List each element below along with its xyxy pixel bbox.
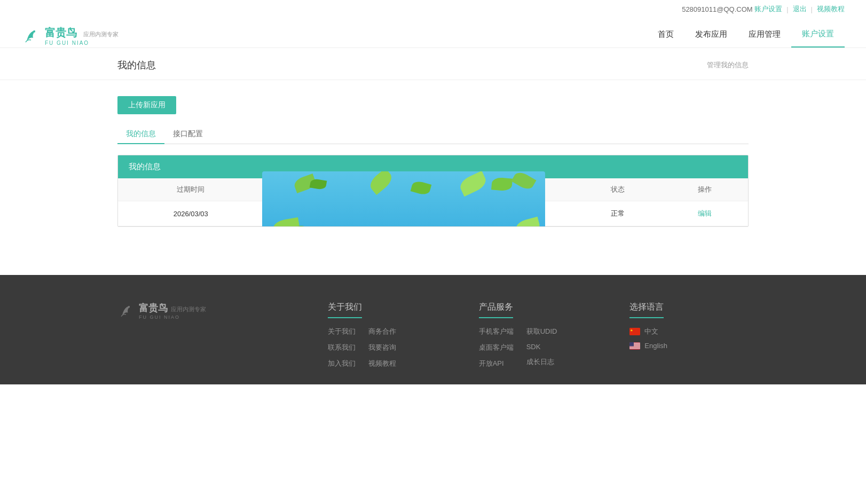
lang-en-label: English <box>644 342 667 350</box>
svg-rect-2 <box>629 328 640 335</box>
lang-cn-label: 中文 <box>644 327 658 336</box>
user-email: 528091011@QQ.COM <box>682 5 752 13</box>
col-status: 状态 <box>574 178 661 201</box>
footer-link-sdk[interactable]: SDK <box>526 343 557 351</box>
page-title-bar: 我的信息 管理我的信息 <box>0 48 866 80</box>
col-expire: 过期时间 <box>118 178 263 201</box>
leaf-6 <box>491 177 513 191</box>
lang-option-cn[interactable]: 中文 <box>629 327 749 336</box>
footer-products-col2: 获取UDID SDK 成长日志 <box>526 327 557 368</box>
logo-sub: FU GUI NIAO <box>45 40 119 46</box>
logo-main: 富贵鸟 <box>45 26 77 40</box>
footer-about-links: 关于我们 联系我们 加入我们 商务合作 我要咨询 视频教程 <box>328 327 447 368</box>
video-tutorial-link[interactable]: 视频教程 <box>817 4 845 14</box>
leaf-2 <box>310 178 327 191</box>
main-content: 上传新应用 我的信息 接口配置 我的信息 <box>0 80 866 243</box>
us-flag-svg <box>629 342 640 350</box>
footer-link-consult[interactable]: 我要咨询 <box>368 343 396 352</box>
leaf-5 <box>458 171 489 196</box>
footer-logo-section: 富贵鸟 应用内测专家 FU GUI NIAO <box>117 302 296 368</box>
leaf-10 <box>511 171 536 192</box>
footer-inner: 富贵鸟 应用内测专家 FU GUI NIAO 关于我们 关于我们 联系我们 加入… <box>117 302 749 368</box>
leaf-7 <box>272 217 301 227</box>
footer-link-desktop[interactable]: 桌面客户端 <box>479 343 514 352</box>
cell-status: 正常 <box>574 201 661 226</box>
svg-point-1 <box>128 306 130 308</box>
header-nav: 富贵鸟 应用内测专家 FU GUI NIAO 首页 发布应用 应用管理 账户设置 <box>21 18 845 48</box>
leaf-4 <box>411 180 432 196</box>
nav-home[interactable]: 首页 <box>647 24 684 47</box>
flag-us-icon <box>629 342 640 350</box>
footer-about-col1: 关于我们 联系我们 加入我们 <box>328 327 356 368</box>
svg-rect-9 <box>629 347 640 348</box>
manage-info-label: 管理我的信息 <box>707 60 749 70</box>
cell-expire: 2026/03/03 <box>118 201 263 226</box>
tab-my-info[interactable]: 我的信息 <box>117 125 164 144</box>
cn-flag-svg <box>629 328 640 335</box>
footer-products: 产品服务 手机客户端 桌面客户端 开放API 获取UDID SDK 成长日志 <box>479 302 598 368</box>
footer-lang-section: 选择语言 中文 <box>629 302 749 368</box>
footer-logo-bird-icon <box>117 302 135 319</box>
logout-link[interactable]: 退出 <box>793 4 807 14</box>
footer: 富贵鸟 应用内测专家 FU GUI NIAO 关于我们 关于我们 联系我们 加入… <box>0 275 866 384</box>
footer-about: 关于我们 关于我们 联系我们 加入我们 商务合作 我要咨询 视频教程 <box>328 302 447 368</box>
logo-bird-icon <box>21 26 41 45</box>
footer-products-title: 产品服务 <box>479 302 513 318</box>
header: 528091011@QQ.COM 账户设置 | 退出 | 视频教程 富贵鸟 应用… <box>0 0 866 48</box>
footer-logo-slogan: 应用内测专家 <box>171 305 206 313</box>
footer-about-title: 关于我们 <box>328 302 362 318</box>
logo-text: 富贵鸟 应用内测专家 FU GUI NIAO <box>45 26 119 46</box>
main-nav: 首页 发布应用 应用管理 账户设置 <box>647 23 845 48</box>
flag-cn-icon <box>629 328 640 335</box>
info-card: 我的信息 过期时间 用户 注册时间 <box>117 155 749 227</box>
footer-logo-main: 富贵鸟 <box>139 302 168 314</box>
tab-bar: 我的信息 接口配置 <box>117 125 749 144</box>
footer-link-openapi[interactable]: 开放API <box>479 359 514 368</box>
sep1: | <box>786 5 788 13</box>
leaf-9 <box>514 217 541 227</box>
footer-link-udid[interactable]: 获取UDID <box>526 327 557 336</box>
footer-link-about[interactable]: 关于我们 <box>328 327 356 336</box>
logo: 富贵鸟 应用内测专家 FU GUI NIAO <box>21 26 119 46</box>
account-settings-link[interactable]: 账户设置 <box>754 4 782 14</box>
footer-lang-title: 选择语言 <box>629 302 664 318</box>
footer-products-col1: 手机客户端 桌面客户端 开放API <box>479 327 514 368</box>
footer-link-business[interactable]: 商务合作 <box>368 327 396 336</box>
header-top-bar: 528091011@QQ.COM 账户设置 | 退出 | 视频教程 <box>21 0 845 18</box>
footer-link-mobile[interactable]: 手机客户端 <box>479 327 514 336</box>
footer-products-links: 手机客户端 桌面客户端 开放API 获取UDID SDK 成长日志 <box>479 327 598 368</box>
footer-link-contact[interactable]: 联系我们 <box>328 343 356 352</box>
page-title: 我的信息 <box>117 59 156 72</box>
logo-slogan: 应用内测专家 <box>83 30 119 38</box>
svg-rect-10 <box>629 348 640 349</box>
leaf-3 <box>367 171 395 195</box>
popup-image <box>262 171 545 227</box>
nav-manage[interactable]: 应用管理 <box>738 24 791 47</box>
sky-background <box>262 171 545 227</box>
nav-publish[interactable]: 发布应用 <box>684 24 738 47</box>
footer-link-join[interactable]: 加入我们 <box>328 359 356 368</box>
nav-account[interactable]: 账户设置 <box>791 23 845 48</box>
tab-api-config[interactable]: 接口配置 <box>164 125 211 144</box>
lang-option-en[interactable]: English <box>629 342 749 350</box>
svg-point-0 <box>33 30 35 33</box>
edit-link[interactable]: 编辑 <box>698 209 712 217</box>
footer-about-col2: 商务合作 我要咨询 视频教程 <box>368 327 396 368</box>
upload-app-button[interactable]: 上传新应用 <box>117 96 176 114</box>
footer-logo: 富贵鸟 应用内测专家 FU GUI NIAO <box>117 302 296 320</box>
col-action: 操作 <box>661 178 748 201</box>
footer-link-changelog[interactable]: 成长日志 <box>526 357 557 367</box>
footer-logo-text: 富贵鸟 应用内测专家 FU GUI NIAO <box>139 302 206 320</box>
footer-link-video[interactable]: 视频教程 <box>368 359 396 368</box>
svg-rect-11 <box>629 342 634 346</box>
sep2: | <box>811 5 813 13</box>
cell-action[interactable]: 编辑 <box>661 201 748 226</box>
footer-logo-sub: FU GUI NIAO <box>139 314 206 320</box>
